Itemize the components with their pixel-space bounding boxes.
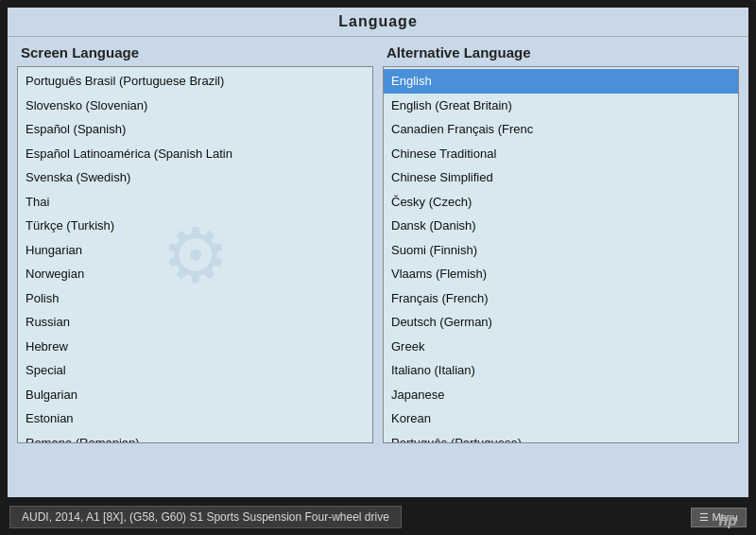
alt-language-list[interactable]: EnglishEnglish (Great Britain)Canadien F…: [383, 66, 739, 443]
list-item[interactable]: Estonian: [18, 406, 372, 431]
bottom-bar-content: AUDI, 2014, A1 [8X], (G58, G60) S1 Sport…: [9, 506, 747, 528]
list-item[interactable]: Polish: [18, 286, 372, 311]
list-item[interactable]: Canadien Français (Frenc: [384, 117, 738, 142]
screen-language-panel: Screen Language Português Brasil (Portug…: [17, 44, 373, 443]
list-item[interactable]: Español (Spanish): [18, 117, 372, 142]
status-bar: AUDI, 2014, A1 [8X], (G58, G60) S1 Sport…: [0, 499, 756, 535]
alt-language-label: Alternative Language: [383, 44, 739, 60]
monitor-screen: Language Screen Language Português Brasi…: [8, 8, 748, 497]
alt-language-panel: Alternative Language EnglishEnglish (Gre…: [383, 44, 739, 443]
alt-language-list-inner: EnglishEnglish (Great Britain)Canadien F…: [384, 67, 738, 443]
list-item[interactable]: Hungarian: [18, 238, 372, 263]
list-item[interactable]: Chinese Simplified: [384, 165, 738, 190]
main-content: Screen Language Português Brasil (Portug…: [8, 37, 748, 451]
status-text: AUDI, 2014, A1 [8X], (G58, G60) S1 Sport…: [9, 506, 402, 528]
list-item[interactable]: Bulgarian: [18, 383, 372, 407]
list-item[interactable]: Français (French): [384, 286, 738, 311]
list-item[interactable]: Special: [18, 358, 372, 383]
hp-logo: hp: [718, 512, 737, 529]
list-item[interactable]: Português Brasil (Portuguese Brazil): [18, 69, 372, 94]
list-item[interactable]: Romana (Romanian): [18, 431, 372, 444]
list-item[interactable]: Suomi (Finnish): [384, 238, 738, 263]
list-item[interactable]: Português (Portuguese): [384, 431, 738, 444]
list-item[interactable]: English: [384, 69, 738, 94]
menu-icon: ☰: [699, 511, 709, 524]
list-item[interactable]: Chinese Traditional: [384, 142, 738, 166]
list-item[interactable]: Vlaams (Flemish): [384, 262, 738, 286]
list-item[interactable]: Japanese: [384, 383, 738, 407]
screen-language-label: Screen Language: [17, 44, 373, 60]
monitor-bezel: Language Screen Language Português Brasi…: [0, 0, 756, 535]
list-item[interactable]: English (Great Britain): [384, 94, 738, 118]
list-item[interactable]: Italiano (Italian): [384, 358, 738, 383]
list-item[interactable]: Thai: [18, 190, 372, 215]
list-item[interactable]: Česky (Czech): [384, 190, 738, 215]
screen-language-list[interactable]: Português Brasil (Portuguese Brazil)Slov…: [17, 66, 373, 443]
list-item[interactable]: Türkçe (Turkish): [18, 214, 372, 238]
list-item[interactable]: Dansk (Danish): [384, 214, 738, 238]
list-item[interactable]: Greek: [384, 335, 738, 359]
page-title: Language: [338, 13, 418, 29]
list-item[interactable]: Korean: [384, 406, 738, 431]
page-header: Language: [8, 8, 748, 37]
list-item[interactable]: Svenska (Swedish): [18, 165, 372, 190]
list-item[interactable]: Norwegian: [18, 262, 372, 286]
list-item[interactable]: Slovensko (Slovenian): [18, 94, 372, 118]
list-item[interactable]: Español Latinoamérica (Spanish Latin: [18, 142, 372, 166]
list-item[interactable]: Hebrew: [18, 335, 372, 359]
list-item[interactable]: Russian: [18, 310, 372, 335]
screen-language-list-inner: Português Brasil (Portuguese Brazil)Slov…: [18, 67, 372, 443]
list-item[interactable]: Deutsch (German): [384, 310, 738, 335]
